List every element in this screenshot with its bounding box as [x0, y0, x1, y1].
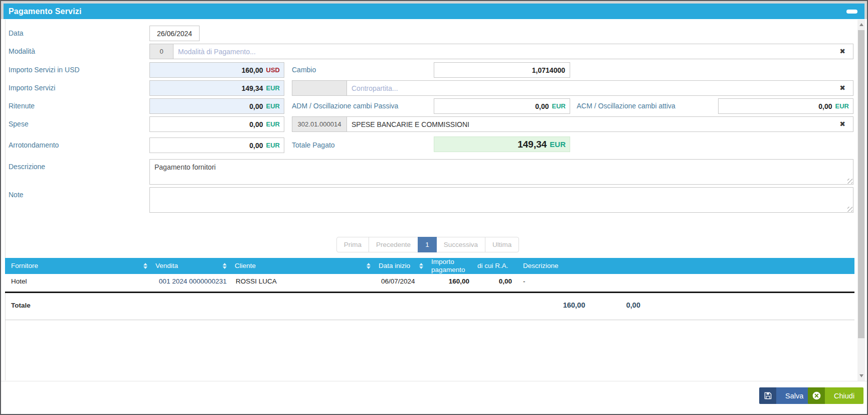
body-left-border: [5, 20, 6, 380]
sort-icon[interactable]: [419, 263, 423, 269]
importo-usd-label: Importo Servizi in USD: [9, 62, 136, 78]
close-circle-icon: [808, 387, 825, 404]
importo-servizi-label: Importo Servizi: [9, 80, 136, 96]
pagamento-servizi-dialog: Pagamento Servizi Data Modalità 0 ✖ Impo…: [0, 0, 868, 415]
descrizione-textarea[interactable]: Pagamento fornitori: [149, 159, 853, 185]
ritenute-label: Ritenute: [9, 98, 136, 114]
cell-fornitore: Hotel: [5, 274, 151, 292]
scroll-down-icon[interactable]: [857, 372, 865, 380]
dialog-titlebar: Pagamento Servizi: [4, 4, 864, 19]
ritenute-value: 0,00: [249, 102, 263, 110]
arrotondamento-value: 0,00: [249, 142, 263, 150]
column-header-data-inizio[interactable]: Data inizio: [375, 258, 427, 274]
close-button[interactable]: Chiudi: [808, 387, 863, 404]
pagination: Prima Precedente 1 Successiva Ultima: [1, 237, 854, 252]
column-header-importo-pagamento: Importo pagamento: [427, 258, 473, 274]
spese-account-clear-icon[interactable]: ✖: [837, 116, 847, 132]
spese-field[interactable]: 0,00 EUR: [149, 116, 284, 132]
spese-account-code: 302.01.000014: [292, 116, 347, 132]
totale-pagato-label: Totale Pagato: [292, 137, 335, 153]
adm-currency: EUR: [552, 102, 566, 110]
column-header-cliente[interactable]: Cliente: [231, 258, 375, 274]
table-header: Fornitore Vendita Cliente Data inizio Im…: [5, 258, 854, 274]
arrotondamento-field[interactable]: 0,00 EUR: [149, 137, 284, 153]
vertical-scrollbar[interactable]: [857, 20, 865, 381]
importo-servizi-currency: EUR: [266, 84, 280, 92]
totale-pagato-value: 149,34: [517, 139, 547, 150]
minimize-button[interactable]: [846, 10, 857, 14]
contropartita-clear-icon[interactable]: ✖: [837, 80, 847, 96]
column-header-di-cui-ra: di cui R.A.: [473, 258, 516, 274]
spese-account-input[interactable]: [346, 116, 853, 132]
acm-value: 0,00: [818, 102, 832, 110]
modalita-input[interactable]: [173, 44, 853, 59]
pagination-last[interactable]: Ultima: [485, 237, 519, 252]
importo-usd-currency: USD: [266, 66, 280, 74]
acm-label: ACM / Oscillazione cambi attiva: [577, 98, 675, 114]
cell-cliente: ROSSI LUCA: [231, 274, 375, 292]
totale-row-label: Totale: [11, 302, 31, 309]
adm-label: ADM / Oscillazione cambi Passiva: [292, 98, 398, 114]
dialog-body: [1, 19, 867, 414]
cell-di-cui-ra: 0,00: [473, 274, 516, 292]
column-header-descrizione: Descrizione: [516, 258, 854, 274]
cell-vendita: 001 2024 0000000231: [151, 274, 231, 292]
save-button[interactable]: Salva: [759, 387, 812, 404]
totale-di-cui-ra: 0,00: [595, 301, 640, 309]
pagination-first[interactable]: Prima: [336, 237, 369, 252]
footer-divider: [1, 381, 867, 381]
adm-field[interactable]: 0,00 EUR: [434, 98, 570, 114]
cambio-label: Cambio: [292, 62, 316, 78]
arrotondamento-label: Arrotondamento: [9, 137, 136, 153]
column-header-fornitore[interactable]: Fornitore: [5, 258, 151, 274]
acm-currency: EUR: [835, 102, 849, 110]
importo-servizi-value: 149,34: [242, 84, 263, 92]
cell-data-inizio: 06/07/2024: [375, 274, 427, 292]
totale-importo-pagamento: 160,00: [535, 301, 585, 309]
spese-currency: EUR: [266, 120, 280, 128]
modalita-label: Modalità: [9, 44, 136, 59]
adm-value: 0,00: [535, 102, 549, 110]
sort-icon[interactable]: [223, 263, 227, 269]
table-row[interactable]: Hotel 001 2024 0000000231 ROSSI LUCA 06/…: [5, 274, 854, 293]
note-label: Note: [9, 187, 136, 203]
sort-icon[interactable]: [367, 263, 371, 269]
modalita-addon: 0: [149, 44, 173, 59]
save-icon: [759, 387, 776, 404]
pagination-page-1[interactable]: 1: [418, 237, 437, 252]
importo-usd-value: 160,00: [242, 66, 263, 74]
scrollbar-thumb[interactable]: [858, 30, 864, 338]
data-label: Data: [9, 26, 136, 41]
scroll-up-icon[interactable]: [857, 21, 865, 29]
contropartita-addon: [292, 80, 347, 96]
totale-pagato-field: 149,34 EUR: [434, 136, 570, 152]
totale-pagato-currency: EUR: [550, 140, 566, 149]
data-input[interactable]: [149, 26, 200, 41]
descrizione-label: Descrizione: [9, 159, 136, 175]
arrotondamento-currency: EUR: [266, 142, 280, 149]
modalita-clear-icon[interactable]: ✖: [837, 44, 847, 59]
spese-label: Spese: [9, 116, 136, 132]
note-textarea[interactable]: [149, 187, 853, 213]
spese-value: 0,00: [249, 120, 263, 128]
table-footer: Totale 160,00 0,00: [5, 296, 854, 320]
cell-descrizione: -: [516, 274, 854, 292]
ritenute-currency: EUR: [266, 102, 280, 110]
contropartita-input[interactable]: [346, 80, 853, 96]
cambio-input[interactable]: [434, 62, 570, 78]
importo-usd-field[interactable]: 160,00 USD: [149, 62, 284, 78]
cell-importo-pagamento: 160,00: [427, 274, 473, 292]
column-header-vendita[interactable]: Vendita: [151, 258, 231, 274]
pagination-prev[interactable]: Precedente: [369, 237, 418, 252]
importo-servizi-field[interactable]: 149,34 EUR: [149, 80, 284, 96]
acm-field[interactable]: 0,00 EUR: [718, 98, 853, 114]
sort-icon[interactable]: [143, 263, 147, 269]
pagination-next[interactable]: Successiva: [436, 237, 485, 252]
ritenute-field[interactable]: 0,00 EUR: [149, 98, 284, 114]
dialog-title: Pagamento Servizi: [9, 7, 82, 16]
